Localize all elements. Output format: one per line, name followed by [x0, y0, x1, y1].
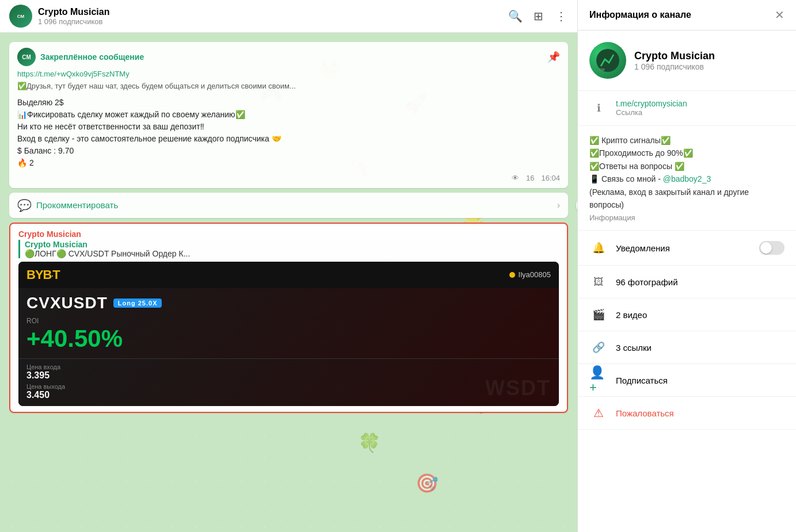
info-circle-icon: ℹ [589, 99, 608, 117]
link-row: ℹ t.me/cryptomysician Ссылка [589, 99, 784, 117]
info-panel-header: Информация о канале ✕ [578, 0, 796, 30]
info-panel: Информация о канале ✕ CM Crypto Musician… [577, 0, 796, 532]
channel-link[interactable]: t.me/cryptomysician [616, 99, 784, 108]
pinned-body3: Ни кто не несёт ответственности за ваш д… [17, 121, 560, 133]
pinned-link[interactable]: https://t.me/+wQxko9vj5FszNTMy [17, 70, 560, 78]
svg-text:CM: CM [599, 68, 604, 71]
msg-forward: Crypto Musician 🟢ЛОНГ🟢 CVX/USDT Рыночный… [18, 240, 559, 258]
info-panel-title: Информация о канале [589, 10, 691, 20]
view-count: 16 [526, 174, 534, 182]
channel-info: Crypto Musician 1 096 подписчиков [634, 50, 784, 71]
pinned-body2: 📊Фиксировать сделку может каждый по свое… [17, 109, 560, 121]
report-label: Пожаловаться [616, 408, 784, 418]
pin-icon: 📌 [547, 51, 560, 63]
exit-value: 3.450 [26, 390, 65, 400]
photos-row[interactable]: 🖼 96 фотографий [578, 266, 796, 298]
trade-card: BYB•T Ilya00805 CVXUSDT Long 25.0X ROI [18, 262, 559, 406]
comment-arrow-icon: › [557, 200, 560, 210]
wsdt-watermark: WSDT [485, 376, 551, 400]
comment-button[interactable]: 💬 Прокомментировать › ↪ [9, 193, 568, 218]
trade-pair-name: CVXUSDT [26, 294, 108, 312]
more-icon[interactable]: ⋮ [554, 9, 568, 23]
videos-label: 2 видео [616, 310, 784, 320]
subscribe-row[interactable]: 👤+ Подписаться [578, 364, 796, 397]
pinned-body1: Выделяю 2$ [17, 97, 560, 109]
exit-price-row: Цена выхода 3.450 [26, 383, 65, 400]
pinned-stats: 👁 16 16:04 [512, 174, 560, 182]
share-button[interactable]: ↪ [576, 195, 577, 216]
report-row[interactable]: ⚠ Пожаловаться [578, 397, 796, 430]
description-label: Информация [589, 213, 784, 222]
link-label: Ссылка [616, 108, 784, 117]
link-chain-icon: 🔗 [589, 338, 608, 357]
pinned-body5: $ Баланс : 9.70 [17, 145, 560, 157]
pinned-message: CM Закреплённое сообщение 📌 https://t.me… [9, 42, 568, 188]
trade-username: Ilya00805 [519, 270, 551, 279]
entry-value: 3.395 [26, 370, 65, 381]
user-dot-icon [509, 272, 515, 278]
photos-label: 96 фотографий [616, 277, 784, 287]
trade-roi-value: +40.50% [26, 325, 551, 353]
trade-card-header: BYB•T Ilya00805 [18, 262, 559, 288]
channel-name: Crypto Musician [634, 50, 784, 62]
forward-name: Crypto Musician [25, 240, 559, 249]
channel-avatar: CM [589, 42, 626, 79]
channel-description: ✅ Крипто сигналы✅ ✅Проходимость до 90%✅ … [589, 134, 784, 211]
chat-header-info: CM Crypto Musician 1 096 подписчиков [9, 5, 109, 28]
bell-icon: 🔔 [589, 239, 608, 257]
eye-icon: 👁 [512, 174, 519, 182]
trade-body: CVXUSDT Long 25.0X ROI +40.50% [18, 288, 559, 358]
trade-message: Crypto Musician Crypto Musician 🟢ЛОНГ🟢 C… [9, 223, 568, 413]
pinned-title: Закреплённое сообщение [40, 52, 144, 62]
links-label: 3 ссылки [616, 343, 784, 353]
chat-panel: CM Crypto Musician 1 096 подписчиков 🔍 ⊞… [0, 0, 577, 532]
pinned-footer: 👁 16 16:04 [17, 174, 560, 182]
description-section: ✅ Крипто сигналы✅ ✅Проходимость до 90%✅ … [578, 126, 796, 231]
channel-avatar-image: CM [589, 42, 626, 79]
chat-header-actions: 🔍 ⊞ ⋮ [508, 9, 568, 23]
entry-price-row: Цена входа 3.395 [26, 363, 65, 381]
trade-user: Ilya00805 [509, 270, 551, 279]
comment-label: Прокомментировать [36, 200, 118, 210]
bybit-logo: BYB•T [26, 267, 60, 282]
link-section: ℹ t.me/cryptomysician Ссылка [578, 91, 796, 126]
trade-prices: Цена входа 3.395 Цена выхода 3.450 [26, 363, 65, 400]
exit-label: Цена выхода [26, 383, 65, 390]
add-person-icon: 👤+ [589, 371, 608, 389]
chat-subscribers: 1 096 подписчиков [38, 17, 109, 26]
pinned-avatar: CM [17, 48, 36, 66]
forward-text: 🟢ЛОНГ🟢 CVX/USDT Рыночный Ордер К... [25, 249, 559, 258]
pinned-body4: Вход в сделку - это самостоятельное реше… [17, 133, 560, 145]
chat-title: Crypto Musician [38, 7, 109, 17]
toggle-thumb [760, 242, 772, 254]
video-icon: 🎬 [589, 305, 608, 324]
notifications-row: 🔔 Уведомления [578, 231, 796, 266]
channel-hero: CM Crypto Musician 1 096 подписчиков [578, 30, 796, 91]
messages-area[interactable]: CM Закреплённое сообщение 📌 https://t.me… [0, 33, 577, 422]
search-icon[interactable]: 🔍 [508, 9, 522, 23]
entry-label: Цена входа [26, 363, 65, 370]
chat-background: 🐸 🚀 🦄 🌟 🎃 🦊 🐧 🎸 🍀 🎯 🎮 🌈 ➜ CM Закреплё [0, 33, 577, 532]
photo-icon: 🖼 [589, 273, 608, 291]
pinned-body6: 🔥 2 [17, 157, 560, 169]
trade-footer: Цена входа 3.395 Цена выхода 3.450 WSDT [18, 358, 559, 406]
links-row[interactable]: 🔗 3 ссылки [578, 331, 796, 364]
layout-icon[interactable]: ⊞ [531, 9, 545, 23]
comment-icon: 💬 [17, 198, 32, 212]
close-button[interactable]: ✕ [775, 8, 784, 22]
chat-header: CM Crypto Musician 1 096 подписчиков 🔍 ⊞… [0, 0, 577, 33]
trade-roi-label: ROI [26, 317, 551, 325]
notifications-toggle[interactable] [759, 241, 784, 255]
channel-subscribers: 1 096 подписчиков [634, 62, 784, 71]
trade-pair: CVXUSDT Long 25.0X [26, 294, 551, 312]
message-time: 16:04 [541, 174, 560, 182]
pinned-preview: ✅Друзья, тут будет наш чат, здесь будем … [17, 81, 560, 92]
msg-sender: Crypto Musician [18, 229, 559, 239]
report-icon: ⚠ [589, 404, 608, 422]
videos-row[interactable]: 🎬 2 видео [578, 298, 796, 331]
trade-type-badge: Long 25.0X [113, 298, 162, 308]
subscribe-label: Подписаться [616, 376, 784, 385]
notifications-label: Уведомления [616, 243, 751, 253]
chat-avatar: CM [9, 5, 32, 28]
link-content: t.me/cryptomysician Ссылка [616, 99, 784, 117]
